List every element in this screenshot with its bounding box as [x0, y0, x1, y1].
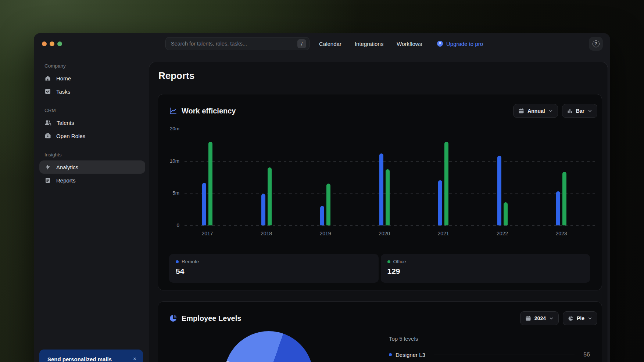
- period-dropdown-value: Annual: [527, 108, 545, 114]
- chart-type-dropdown[interactable]: Pie: [563, 311, 597, 325]
- promo-banner[interactable]: Send personalized mails ×: [39, 350, 143, 362]
- bar-remote-2017[interactable]: [202, 183, 206, 225]
- pie-icon: [568, 316, 573, 321]
- y-axis-labels: 20m10m5m0: [165, 129, 179, 225]
- x-tick-2019: 2019: [309, 231, 342, 236]
- briefcase-icon: [44, 133, 51, 139]
- window-controls: [42, 41, 62, 46]
- question-mark-icon: ?: [593, 40, 600, 47]
- x-tick-2023: 2023: [545, 231, 578, 236]
- sidebar-item-label: Reports: [56, 177, 76, 184]
- chevron-down-icon: [548, 109, 553, 113]
- sidebar-item-open-roles[interactable]: Open Roles: [39, 129, 145, 142]
- x-tick-2021: 2021: [427, 231, 460, 236]
- bar-chart-icon: [567, 108, 573, 114]
- stat-label: Office: [393, 259, 406, 264]
- office-series-dot: [387, 260, 390, 263]
- pie-chart[interactable]: [224, 331, 313, 362]
- x-tick-2018: 2018: [250, 231, 283, 236]
- work-efficiency-card: Work efficiency Annual: [158, 94, 602, 290]
- sidebar-section-company: Company: [44, 63, 145, 69]
- stat-value: 54: [176, 267, 372, 276]
- stat-office[interactable]: Office 129: [381, 254, 590, 283]
- bar-remote-2023[interactable]: [556, 191, 560, 225]
- tasks-icon: [44, 88, 51, 95]
- upgrade-to-pro-link[interactable]: Upgrade to pro: [437, 33, 483, 54]
- sidebar-item-label: Tasks: [56, 88, 70, 95]
- window-zoom-button[interactable]: [57, 41, 62, 46]
- promo-banner-text: Send personalized mails: [47, 356, 112, 362]
- bar-remote-2022[interactable]: [497, 156, 501, 225]
- chevron-down-icon: [588, 109, 592, 113]
- sidebar-item-label: Home: [56, 75, 71, 82]
- leader-line: [434, 355, 575, 355]
- level-row-designer-l3[interactable]: Designer L3 56: [389, 351, 590, 358]
- bar-office-2021[interactable]: [444, 142, 448, 225]
- bar-office-2022[interactable]: [504, 202, 508, 225]
- top-levels-title: Top 5 levels: [389, 336, 590, 342]
- search-shortcut-badge: /: [297, 39, 306, 48]
- bar-office-2020[interactable]: [386, 169, 390, 225]
- line-chart-icon: [169, 107, 177, 115]
- period-dropdown[interactable]: Annual: [513, 104, 558, 118]
- x-tick-2022: 2022: [486, 231, 519, 236]
- pie-chart-icon: [169, 314, 177, 322]
- year-dropdown[interactable]: 2024: [520, 311, 559, 325]
- nav-integrations[interactable]: Integrations: [355, 41, 383, 47]
- x-tick-2020: 2020: [368, 231, 401, 236]
- lightning-icon: [44, 164, 51, 170]
- calendar-icon: [525, 315, 531, 321]
- gridline-10m: [185, 161, 597, 162]
- search-bar: /: [165, 37, 310, 50]
- sidebar-section-insights: Insights: [44, 152, 145, 158]
- content-row: Company Home Tasks CRM: [34, 54, 610, 362]
- bar-office-2019[interactable]: [326, 184, 330, 225]
- gridline-0: [185, 225, 597, 226]
- sidebar: Company Home Tasks CRM: [34, 54, 149, 362]
- level-dot: [389, 353, 392, 356]
- card-title: Work efficiency: [182, 107, 236, 115]
- bar-remote-2019[interactable]: [320, 206, 324, 225]
- stat-label: Remote: [182, 259, 199, 264]
- sidebar-item-analytics[interactable]: Analytics: [39, 160, 145, 174]
- y-tick-0: 0: [165, 222, 179, 228]
- chevron-down-icon: [588, 316, 592, 321]
- nav-calendar[interactable]: Calendar: [319, 41, 341, 47]
- search-input[interactable]: [171, 41, 297, 47]
- close-icon[interactable]: ×: [132, 355, 138, 362]
- chart-type-dropdown-value: Pie: [577, 315, 584, 321]
- topbar: / Calendar Integrations Workflows Upgrad…: [34, 33, 610, 54]
- y-tick-20m: 20m: [165, 126, 179, 131]
- sidebar-item-label: Open Roles: [56, 133, 85, 139]
- help-button[interactable]: ?: [589, 37, 603, 51]
- bar-remote-2021[interactable]: [438, 180, 442, 225]
- bar-office-2017[interactable]: [208, 142, 212, 225]
- talents-icon: [44, 119, 51, 126]
- chart-type-dropdown[interactable]: Bar: [562, 104, 597, 118]
- sidebar-item-talents[interactable]: Talents: [39, 116, 145, 129]
- year-dropdown-value: 2024: [534, 315, 546, 321]
- nav-workflows[interactable]: Workflows: [397, 41, 422, 47]
- bar-office-2018[interactable]: [268, 167, 272, 225]
- upgrade-label: Upgrade to pro: [446, 41, 483, 47]
- home-icon: [44, 75, 51, 82]
- window-close-button[interactable]: [42, 41, 47, 46]
- calendar-icon: [518, 108, 524, 114]
- bar-chart-plot: 2017201820192020202120222023: [185, 129, 597, 225]
- bar-office-2023[interactable]: [562, 172, 566, 225]
- sidebar-section-crm: CRM: [44, 108, 145, 113]
- document-icon: [44, 177, 51, 184]
- sidebar-item-home[interactable]: Home: [39, 72, 145, 85]
- sidebar-item-reports[interactable]: Reports: [39, 174, 145, 187]
- sidebar-item-label: Talents: [57, 120, 74, 126]
- bar-remote-2018[interactable]: [261, 194, 265, 225]
- sidebar-item-tasks[interactable]: Tasks: [39, 85, 145, 98]
- app-window: / Calendar Integrations Workflows Upgrad…: [34, 33, 610, 362]
- bar-remote-2020[interactable]: [379, 153, 383, 225]
- window-minimize-button[interactable]: [50, 41, 54, 46]
- top-navigation: Calendar Integrations Workflows: [319, 33, 422, 54]
- x-tick-2017: 2017: [191, 231, 224, 236]
- chevron-down-icon: [549, 316, 554, 321]
- stat-remote[interactable]: Remote 54: [169, 254, 379, 283]
- gridline-20m: [185, 129, 597, 129]
